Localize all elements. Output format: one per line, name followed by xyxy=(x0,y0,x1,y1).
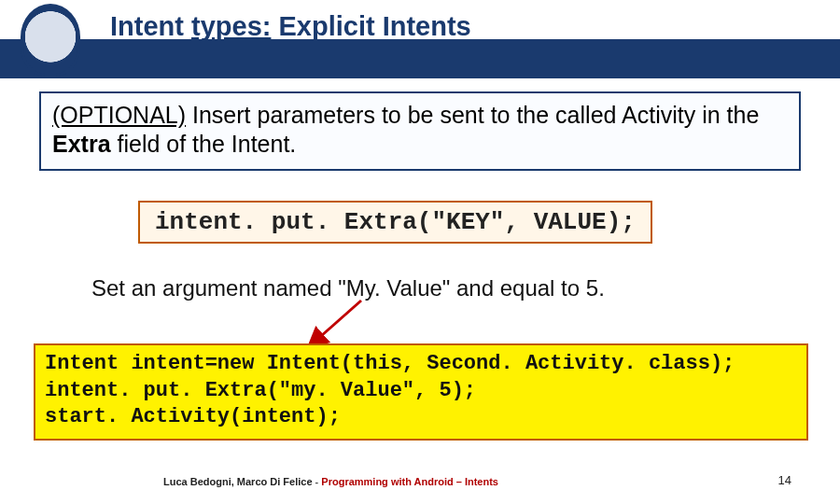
footer-authors: Luca Bedogni, Marco Di Felice xyxy=(163,476,315,487)
svg-line-0 xyxy=(313,301,361,343)
code-signature: intent. put. Extra("KEY", VALUE); xyxy=(155,208,636,236)
desc-text-1: Insert parameters to be sent to the call… xyxy=(186,102,759,128)
code-signature-box: intent. put. Extra("KEY", VALUE); xyxy=(138,201,652,244)
footer-credits: Luca Bedogni, Marco Di Felice - Programm… xyxy=(163,476,498,487)
footer-course: Programming with Android – Intents xyxy=(321,476,498,487)
title-underlined: types: xyxy=(191,11,271,41)
example-caption: Set an argument named "My. Value" and eq… xyxy=(91,275,605,301)
extra-word: Extra xyxy=(52,131,111,157)
desc-text-2: field of the Intent. xyxy=(111,131,297,157)
code-line-1: Intent intent=new Intent(this, Second. A… xyxy=(45,352,735,375)
code-example-box: Intent intent=new Intent(this, Second. A… xyxy=(34,343,808,441)
code-line-2: intent. put. Extra("my. Value", 5); xyxy=(45,379,476,402)
code-line-3: start. Activity(intent); xyxy=(45,405,341,428)
university-seal xyxy=(21,4,80,77)
page-number: 14 xyxy=(778,473,791,487)
optional-label: (OPTIONAL) xyxy=(52,102,186,128)
header-bar xyxy=(0,39,840,78)
title-suffix: Explicit Intents xyxy=(271,11,470,41)
slide-title: Intent types: Explicit Intents xyxy=(110,11,471,42)
description-box: (OPTIONAL) Insert parameters to be sent … xyxy=(39,91,801,171)
title-prefix: Intent xyxy=(110,11,191,41)
